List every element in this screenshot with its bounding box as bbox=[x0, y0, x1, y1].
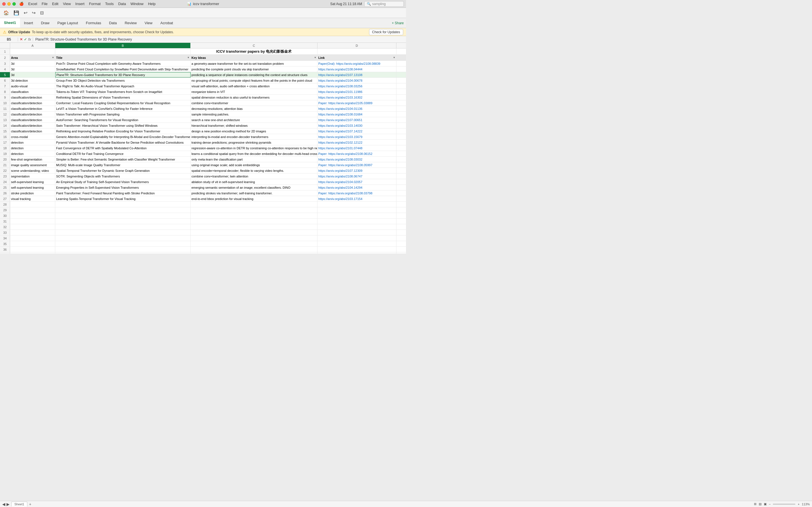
cell-e19[interactable] bbox=[396, 151, 406, 156]
cell-e4[interactable] bbox=[396, 66, 406, 72]
cell-d2[interactable]: Link ▼ bbox=[317, 55, 396, 61]
cell-c25[interactable]: emerging semantic sementation of an imag… bbox=[191, 185, 317, 190]
cell-d6[interactable]: https://arxiv.org/abs/2104.00678 bbox=[317, 78, 396, 83]
cell-e12[interactable] bbox=[396, 112, 406, 117]
cell-B34[interactable] bbox=[55, 235, 191, 241]
cell-d26[interactable]: Paper: https://arxiv.org/abs/2108.03798 bbox=[317, 190, 396, 196]
cell-d5[interactable]: https://arxiv.org/abs/2107.13108 bbox=[317, 72, 396, 77]
cell-c15[interactable]: design a new position encoding method fo… bbox=[191, 128, 317, 134]
cell-B35[interactable] bbox=[55, 241, 191, 246]
cell-d27[interactable]: https://arxiv.org/abs/2103.17154 bbox=[317, 196, 396, 202]
cell-A35[interactable] bbox=[10, 241, 55, 246]
cell-b21[interactable]: MUSIQ: Multi-scale Image Quality Transfo… bbox=[55, 162, 191, 168]
cell-A34[interactable] bbox=[10, 235, 55, 241]
cell-E28[interactable] bbox=[396, 202, 406, 207]
menu-excel[interactable]: Excel bbox=[28, 2, 37, 6]
cell-C31[interactable] bbox=[191, 219, 317, 224]
cell-e13[interactable] bbox=[396, 117, 406, 122]
filter-arrow-d[interactable]: ▼ bbox=[393, 56, 395, 59]
cell-A37[interactable] bbox=[10, 252, 55, 253]
cell-d23[interactable]: https://arxiv.org/abs/2108.06747 bbox=[317, 173, 396, 179]
cell-d1[interactable] bbox=[317, 48, 396, 54]
tab-acrobat[interactable]: Acrobat bbox=[156, 18, 177, 27]
cell-e23[interactable] bbox=[396, 173, 406, 179]
cell-c12[interactable]: sample interesting patches. bbox=[191, 112, 317, 117]
cell-c6[interactable]: no grouping of local points; compute obj… bbox=[191, 78, 317, 83]
cell-e26[interactable] bbox=[396, 190, 406, 196]
cell-B30[interactable] bbox=[55, 213, 191, 218]
tab-draw[interactable]: Draw bbox=[37, 18, 53, 27]
cell-a2[interactable]: Area ▼ bbox=[10, 55, 55, 61]
cell-a27[interactable]: visual tracking bbox=[10, 196, 55, 202]
menu-view[interactable]: View bbox=[63, 2, 71, 6]
cell-d8[interactable]: https://arxiv.org/abs/2101.11986 bbox=[317, 89, 396, 94]
formula-content[interactable]: PlaneTR: Structure-Guided Transformers f… bbox=[33, 38, 406, 41]
cell-E33[interactable] bbox=[396, 230, 406, 235]
menu-file[interactable]: File bbox=[42, 2, 48, 6]
menu-tools[interactable]: Tools bbox=[105, 2, 114, 6]
cell-b13[interactable]: AutoFormer: Searching Transformers for V… bbox=[55, 117, 191, 122]
cell-a21[interactable]: image quality assessment bbox=[10, 162, 55, 168]
cell-c26[interactable]: predicting strokes via transformer; self… bbox=[191, 190, 317, 196]
cell-b14[interactable]: Swin Transformer: Hierarchical Vision Tr… bbox=[55, 123, 191, 128]
cell-C34[interactable] bbox=[191, 235, 317, 241]
cell-A36[interactable] bbox=[10, 247, 55, 252]
cell-A28[interactable] bbox=[10, 202, 55, 207]
cell-c11[interactable]: decreasing resolutions; attention bias bbox=[191, 106, 317, 111]
cell-a19[interactable]: detection bbox=[10, 151, 55, 156]
cell-a18[interactable]: detection bbox=[10, 145, 55, 151]
cell-B36[interactable] bbox=[55, 247, 191, 252]
tab-home[interactable]: Sheet1 bbox=[0, 18, 20, 27]
cell-d21[interactable]: Paper: https://arxiv.org/abs/2108.05997 bbox=[317, 162, 396, 168]
cell-e7[interactable] bbox=[396, 83, 406, 89]
cell-a17[interactable]: detection bbox=[10, 140, 55, 145]
menu-format[interactable]: Format bbox=[89, 2, 101, 6]
cell-d13[interactable]: https://arxiv.org/abs/2107.00651 bbox=[317, 117, 396, 122]
cell-e9[interactable] bbox=[396, 95, 406, 100]
cell-d3[interactable]: Paper(Oral): https://arxiv.org/abs/2108.… bbox=[317, 61, 396, 66]
cell-D35[interactable] bbox=[317, 241, 396, 246]
col-header-d[interactable]: D bbox=[317, 43, 396, 48]
cell-a6[interactable]: 3d detection bbox=[10, 78, 55, 83]
cell-C32[interactable] bbox=[191, 224, 317, 230]
cell-a11[interactable]: classification/detection bbox=[10, 106, 55, 111]
cell-b26[interactable]: Paint Transformer: Feed Forward Neural P… bbox=[55, 190, 191, 196]
cell-E35[interactable] bbox=[396, 241, 406, 246]
cell-d25[interactable]: https://arxiv.org/abs/2104.14294 bbox=[317, 185, 396, 190]
cell-e1[interactable] bbox=[396, 48, 406, 54]
filter-title[interactable]: Title ▼ bbox=[56, 56, 190, 59]
cell-a1[interactable] bbox=[10, 48, 55, 54]
close-button[interactable] bbox=[2, 2, 6, 6]
cell-D36[interactable] bbox=[317, 247, 396, 252]
cell-b15[interactable]: Rethinking and Improving Relative Positi… bbox=[55, 128, 191, 134]
cell-c19[interactable]: learns a conditional spatial query from … bbox=[191, 151, 317, 156]
col-header-e[interactable]: E bbox=[396, 43, 406, 48]
cell-a14[interactable]: classification/detection bbox=[10, 123, 55, 128]
cell-C33[interactable] bbox=[191, 230, 317, 235]
cell-b10[interactable]: Conformer: Local Features Coupling Globa… bbox=[55, 100, 191, 106]
filter-area[interactable]: Area ▼ bbox=[11, 56, 54, 59]
cell-e3[interactable] bbox=[396, 61, 406, 66]
cell-b25[interactable]: Emerging Properties in Self-Supervised V… bbox=[55, 185, 191, 190]
menu-data[interactable]: Data bbox=[118, 2, 126, 6]
cell-d19[interactable]: Paper: https://arxiv.org/abs/2108.06152 bbox=[317, 151, 396, 156]
col-header-c[interactable]: C bbox=[191, 43, 317, 48]
cell-E34[interactable] bbox=[396, 235, 406, 241]
cell-a22[interactable]: scene understanding; video bbox=[10, 168, 55, 173]
cell-a9[interactable]: classification/detection bbox=[10, 95, 55, 100]
cell-e25[interactable] bbox=[396, 185, 406, 190]
undo-button[interactable]: ↩ bbox=[22, 10, 29, 16]
cell-d16[interactable]: https://arxiv.org/abs/2103.15679 bbox=[317, 134, 396, 139]
cell-d15[interactable]: https://arxiv.org/abs/2107.14222 bbox=[317, 128, 396, 134]
cell-d24[interactable]: https://arxiv.org/abs/2104.02057 bbox=[317, 179, 396, 184]
minimize-button[interactable] bbox=[7, 2, 11, 6]
cell-e18[interactable] bbox=[396, 145, 406, 151]
cell-a7[interactable]: audio-visual bbox=[10, 83, 55, 89]
cell-c8[interactable]: reorganize tokens in VIT bbox=[191, 89, 317, 94]
search-box[interactable]: 🔍 sampling bbox=[364, 1, 404, 7]
cell-D29[interactable] bbox=[317, 207, 396, 213]
cell-C29[interactable] bbox=[191, 207, 317, 213]
cell-e14[interactable] bbox=[396, 123, 406, 128]
cell-c5[interactable]: predicting a sequence of plane instances… bbox=[191, 72, 317, 77]
cell-a12[interactable]: classification/detection bbox=[10, 112, 55, 117]
